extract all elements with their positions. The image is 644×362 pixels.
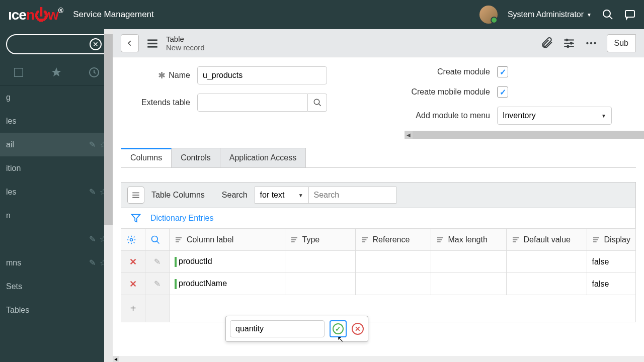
delete-row-button[interactable]: ✕ — [126, 256, 140, 267]
user-menu[interactable]: System Administrator ▼ — [508, 10, 592, 19]
nav-item[interactable]: Sets — [0, 275, 113, 298]
nav-item[interactable]: ✎☆ — [0, 227, 113, 251]
table-row[interactable]: ✕ ✎ productId false — [121, 251, 636, 273]
create-module-checkbox[interactable]: ✓ — [497, 66, 508, 77]
columns-table: Column label Type Reference Max length D… — [121, 228, 636, 322]
table-row[interactable]: ✕ ✎ productName false — [121, 273, 636, 295]
svg-point-14 — [586, 42, 588, 44]
record-type: Table — [166, 35, 205, 43]
nav-item[interactable]: n — [0, 204, 113, 227]
edit-row-button[interactable]: ✎ — [150, 257, 164, 266]
sort-icon[interactable] — [436, 236, 444, 244]
svg-rect-31 — [362, 237, 368, 238]
svg-rect-20 — [132, 195, 139, 196]
inline-editor: ✓ ✕ — [225, 316, 368, 342]
svg-line-1 — [609, 16, 612, 19]
svg-rect-40 — [593, 237, 599, 238]
hscrollbar[interactable]: ◀ — [113, 356, 644, 362]
nav-item[interactable]: g — [0, 85, 113, 109]
attachment-icon[interactable] — [540, 37, 553, 50]
sort-icon[interactable] — [512, 236, 520, 244]
sort-icon[interactable] — [290, 236, 298, 244]
settings-icon[interactable] — [562, 37, 576, 50]
svg-point-22 — [130, 238, 133, 241]
scrollbar[interactable] — [104, 29, 113, 362]
extends-input[interactable] — [197, 94, 308, 112]
pencil-icon[interactable]: ✎ — [89, 234, 96, 244]
nav-item[interactable]: mns✎☆ — [0, 251, 113, 275]
table-search-input[interactable] — [309, 187, 396, 204]
chevron-down-icon: ▼ — [587, 12, 592, 18]
cancel-button[interactable]: ✕ — [352, 323, 364, 335]
pencil-icon[interactable]: ✎ — [89, 187, 96, 197]
form: ✱Name Extends table Create module ✓ Crea… — [113, 57, 644, 131]
svg-rect-5 — [147, 39, 157, 41]
nav-item[interactable]: Tables — [0, 298, 113, 322]
filter-row: Dictionary Entries — [121, 208, 636, 228]
tab-app-access[interactable]: Application Access — [220, 148, 306, 167]
main-content: Table New record Sub ✱Name Extends table — [113, 29, 644, 362]
inline-edit-input[interactable] — [230, 320, 325, 337]
filter-icon[interactable] — [130, 213, 141, 224]
svg-rect-32 — [362, 239, 366, 240]
tab-columns[interactable]: Columns — [121, 148, 172, 167]
nav-tab-favorites[interactable] — [38, 59, 75, 85]
chat-icon[interactable] — [624, 9, 636, 21]
submit-button[interactable]: Sub — [607, 34, 636, 52]
svg-rect-29 — [291, 239, 296, 240]
lookup-button[interactable] — [308, 94, 327, 112]
sort-icon[interactable] — [175, 236, 183, 244]
tabs: Columns Controls Application Access — [121, 148, 636, 168]
back-button[interactable] — [121, 34, 139, 52]
pencil-icon[interactable]: ✎ — [89, 140, 96, 149]
svg-rect-6 — [147, 42, 157, 44]
delete-row-button[interactable]: ✕ — [126, 279, 140, 290]
svg-rect-26 — [176, 239, 180, 240]
avatar[interactable] — [479, 6, 498, 24]
clear-icon[interactable]: ✕ — [90, 38, 102, 50]
add-menu-select[interactable]: Inventory▼ — [497, 107, 612, 125]
svg-rect-30 — [291, 241, 295, 242]
more-icon[interactable] — [585, 37, 598, 50]
table-row-new[interactable]: + — [121, 295, 636, 322]
confirm-button[interactable]: ✓ — [330, 320, 347, 337]
search-icon[interactable] — [602, 9, 614, 21]
create-mobile-checkbox[interactable]: ✓ — [497, 86, 508, 98]
filter-breadcrumb[interactable]: Dictionary Entries — [150, 214, 213, 223]
svg-point-23 — [152, 236, 158, 242]
search-mode-select[interactable]: for text▼ — [255, 187, 309, 204]
tab-controls[interactable]: Controls — [171, 148, 220, 167]
table-toolbar: Table Columns Search for text▼ — [121, 182, 636, 208]
nav-item[interactable]: ition — [0, 156, 113, 180]
svg-point-13 — [567, 45, 569, 47]
svg-rect-42 — [593, 241, 597, 242]
svg-rect-35 — [437, 239, 442, 240]
nav-item[interactable]: les✎☆ — [0, 180, 113, 204]
svg-point-16 — [594, 42, 596, 44]
nav-tabs — [0, 59, 113, 85]
gear-icon[interactable] — [126, 235, 136, 245]
svg-point-17 — [314, 99, 319, 105]
svg-rect-27 — [176, 241, 179, 242]
sort-icon[interactable] — [361, 236, 369, 244]
pencil-icon[interactable]: ✎ — [89, 258, 96, 267]
name-input[interactable] — [197, 66, 327, 84]
edit-row-button[interactable]: ✎ — [150, 279, 164, 289]
menu-icon[interactable] — [146, 37, 159, 50]
nav-item[interactable]: ail✎☆ — [0, 133, 113, 156]
svg-point-11 — [565, 38, 568, 41]
svg-rect-2 — [625, 11, 634, 17]
hscroll[interactable]: ◀ — [113, 131, 644, 139]
search-icon[interactable] — [150, 235, 160, 245]
svg-rect-34 — [437, 237, 443, 238]
svg-rect-7 — [147, 46, 157, 47]
table-menu-button[interactable] — [127, 187, 144, 204]
nav-tab-apps[interactable] — [0, 59, 38, 85]
svg-line-24 — [157, 241, 159, 243]
add-row-button[interactable]: + — [126, 303, 140, 314]
svg-rect-33 — [362, 241, 365, 242]
left-nav: ✕ g les ail✎☆ ition les✎☆ n ✎☆ mns✎☆ Set… — [0, 29, 113, 362]
sort-icon[interactable] — [592, 236, 600, 244]
logo: ıcen⏻w® — [8, 7, 63, 23]
nav-item[interactable]: les — [0, 109, 113, 133]
